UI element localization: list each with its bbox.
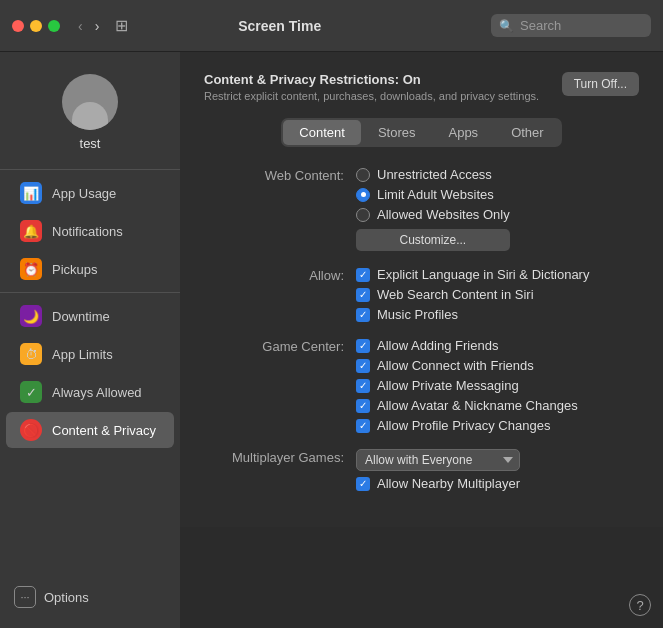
- web-content-section: Web Content: Unrestricted Access Limit A…: [204, 167, 639, 251]
- content-header: Content & Privacy Restrictions: On Restr…: [204, 72, 639, 102]
- options-icon: ···: [14, 586, 36, 608]
- notifications-icon: 🔔: [20, 220, 42, 242]
- allow-nearby-multiplayer[interactable]: ✓ Allow Nearby Multiplayer: [356, 476, 520, 491]
- allow-label: Allow:: [204, 267, 344, 283]
- sidebar: test 📊 App Usage 🔔 Notifications ⏰ Picku…: [0, 52, 180, 628]
- web-content-controls: Unrestricted Access Limit Adult Websites…: [356, 167, 510, 251]
- radio-limit-adult[interactable]: Limit Adult Websites: [356, 187, 510, 202]
- sidebar-item-label: App Usage: [52, 186, 116, 201]
- search-icon: 🔍: [499, 19, 514, 33]
- sidebar-divider: [0, 169, 180, 170]
- header-description: Restrict explicit content, purchases, do…: [204, 90, 539, 102]
- always-allowed-icon: ✓: [20, 381, 42, 403]
- radio-unrestricted-label: Unrestricted Access: [377, 167, 492, 182]
- multiplayer-select[interactable]: Allow with Everyone Only with Friends Of…: [356, 449, 520, 471]
- search-input[interactable]: [520, 18, 640, 33]
- game-center-section: Game Center: ✓ Allow Adding Friends ✓: [204, 338, 639, 433]
- sidebar-item-always-allowed[interactable]: ✓ Always Allowed: [6, 374, 174, 410]
- sidebar-item-label: Downtime: [52, 309, 110, 324]
- multiplayer-label: Multiplayer Games:: [204, 449, 344, 465]
- search-box: 🔍: [491, 14, 651, 37]
- allow-nearby-label: Allow Nearby Multiplayer: [377, 476, 520, 491]
- allow-adding-friends-label: Allow Adding Friends: [377, 338, 498, 353]
- close-button[interactable]: [12, 20, 24, 32]
- tab-other[interactable]: Other: [495, 120, 560, 145]
- sidebar-item-content-privacy[interactable]: 🚫 Content & Privacy: [6, 412, 174, 448]
- web-content-row: Web Content: Unrestricted Access Limit A…: [204, 167, 639, 251]
- options-section[interactable]: ··· Options: [0, 578, 180, 616]
- tabs-container: Content Stores Apps Other: [204, 118, 639, 147]
- allow-music-profiles[interactable]: ✓ Music Profiles: [356, 307, 589, 322]
- sidebar-item-label: App Limits: [52, 347, 113, 362]
- allow-profile-privacy[interactable]: ✓ Allow Profile Privacy Changes: [356, 418, 578, 433]
- allow-row: Allow: ✓ Explicit Language in Siri & Dic…: [204, 267, 639, 322]
- game-center-row: Game Center: ✓ Allow Adding Friends ✓: [204, 338, 639, 433]
- options-label: Options: [44, 590, 89, 605]
- window-title: Screen Time: [76, 18, 483, 34]
- radio-allowed-websites[interactable]: Allowed Websites Only: [356, 207, 510, 222]
- sidebar-item-app-usage[interactable]: 📊 App Usage: [6, 175, 174, 211]
- checkbox-avatar: ✓: [356, 399, 370, 413]
- multiplayer-controls: Allow with Everyone Only with Friends Of…: [356, 449, 520, 491]
- sidebar-item-label: Content & Privacy: [52, 423, 156, 438]
- allow-explicit-language[interactable]: ✓ Explicit Language in Siri & Dictionary: [356, 267, 589, 282]
- radio-dot: [361, 192, 366, 197]
- sidebar-item-label: Pickups: [52, 262, 98, 277]
- avatar-body: [72, 102, 108, 130]
- allow-avatar-label: Allow Avatar & Nickname Changes: [377, 398, 578, 413]
- tab-stores[interactable]: Stores: [362, 120, 432, 145]
- main-container: test 📊 App Usage 🔔 Notifications ⏰ Picku…: [0, 52, 663, 628]
- content-area: Content & Privacy Restrictions: On Restr…: [180, 52, 663, 527]
- tab-apps[interactable]: Apps: [432, 120, 494, 145]
- customize-button[interactable]: Customize...: [356, 229, 510, 251]
- allow-music-label: Music Profiles: [377, 307, 458, 322]
- sidebar-item-app-limits[interactable]: ⏱ App Limits: [6, 336, 174, 372]
- web-content-label: Web Content:: [204, 167, 344, 183]
- downtime-icon: 🌙: [20, 305, 42, 327]
- sidebar-item-label: Notifications: [52, 224, 123, 239]
- app-usage-icon: 📊: [20, 182, 42, 204]
- sidebar-item-pickups[interactable]: ⏰ Pickups: [6, 251, 174, 287]
- content-wrapper: Content & Privacy Restrictions: On Restr…: [180, 52, 663, 628]
- traffic-lights: [12, 20, 60, 32]
- help-button[interactable]: ?: [629, 594, 651, 616]
- sidebar-item-label: Always Allowed: [52, 385, 142, 400]
- minimize-button[interactable]: [30, 20, 42, 32]
- multiplayer-row: Multiplayer Games: Allow with Everyone O…: [204, 449, 639, 491]
- multiplayer-section: Multiplayer Games: Allow with Everyone O…: [204, 449, 639, 491]
- checkbox-explicit: ✓: [356, 268, 370, 282]
- allow-web-search[interactable]: ✓ Web Search Content in Siri: [356, 287, 589, 302]
- sidebar-item-notifications[interactable]: 🔔 Notifications: [6, 213, 174, 249]
- avatar: [62, 74, 118, 130]
- sidebar-item-downtime[interactable]: 🌙 Downtime: [6, 298, 174, 334]
- header-title: Content & Privacy Restrictions: On: [204, 72, 539, 87]
- checkbox-adding-friends: ✓: [356, 339, 370, 353]
- allow-section: Allow: ✓ Explicit Language in Siri & Dic…: [204, 267, 639, 322]
- radio-limit-adult-btn: [356, 188, 370, 202]
- allow-private-messaging[interactable]: ✓ Allow Private Messaging: [356, 378, 578, 393]
- header-left: Content & Privacy Restrictions: On Restr…: [204, 72, 539, 102]
- content-privacy-icon: 🚫: [20, 419, 42, 441]
- allow-adding-friends[interactable]: ✓ Allow Adding Friends: [356, 338, 578, 353]
- allow-avatar-changes[interactable]: ✓ Allow Avatar & Nickname Changes: [356, 398, 578, 413]
- user-section: test: [0, 64, 180, 165]
- maximize-button[interactable]: [48, 20, 60, 32]
- allow-profile-privacy-label: Allow Profile Privacy Changes: [377, 418, 550, 433]
- checkbox-music: ✓: [356, 308, 370, 322]
- app-limits-icon: ⏱: [20, 343, 42, 365]
- allow-web-search-label: Web Search Content in Siri: [377, 287, 534, 302]
- allow-private-messaging-label: Allow Private Messaging: [377, 378, 519, 393]
- radio-limit-adult-label: Limit Adult Websites: [377, 187, 494, 202]
- title-bar: ‹ › ⊞ Screen Time 🔍: [0, 0, 663, 52]
- radio-unrestricted[interactable]: Unrestricted Access: [356, 167, 510, 182]
- game-center-label: Game Center:: [204, 338, 344, 354]
- header-status: On: [403, 72, 421, 87]
- checkbox-web-search: ✓: [356, 288, 370, 302]
- radio-allowed-websites-label: Allowed Websites Only: [377, 207, 510, 222]
- checkbox-profile-privacy: ✓: [356, 419, 370, 433]
- game-center-controls: ✓ Allow Adding Friends ✓ Allow Connect w…: [356, 338, 578, 433]
- checkbox-connect-friends: ✓: [356, 359, 370, 373]
- allow-connect-friends[interactable]: ✓ Allow Connect with Friends: [356, 358, 578, 373]
- tab-content[interactable]: Content: [283, 120, 361, 145]
- turn-off-button[interactable]: Turn Off...: [562, 72, 639, 96]
